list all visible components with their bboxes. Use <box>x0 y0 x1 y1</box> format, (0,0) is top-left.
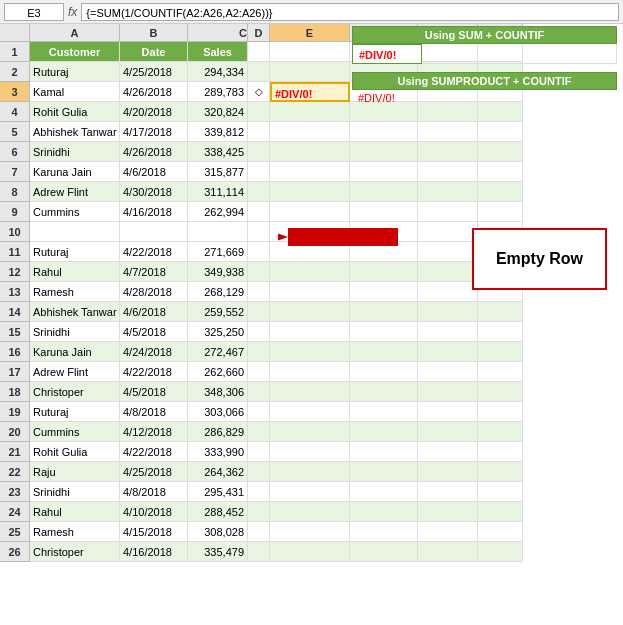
cell-17h[interactable] <box>478 362 523 382</box>
cell-17g[interactable] <box>418 362 478 382</box>
header-date[interactable]: Date <box>120 42 188 62</box>
cell-14h[interactable] <box>478 302 523 322</box>
header-customer[interactable]: Customer <box>30 42 120 62</box>
cell-1d[interactable] <box>248 42 270 62</box>
cell-15h[interactable] <box>478 322 523 342</box>
cell-2e[interactable] <box>270 62 350 82</box>
cell-14d[interactable] <box>248 302 270 322</box>
cell-13g[interactable] <box>418 282 478 302</box>
cell-9d[interactable] <box>248 202 270 222</box>
cell-5b[interactable]: 4/17/2018 <box>120 122 188 142</box>
cell-19a[interactable]: Ruturaj <box>30 402 120 422</box>
cell-2b[interactable]: 4/25/2018 <box>120 62 188 82</box>
cell-4c[interactable]: 320,824 <box>188 102 248 122</box>
cell-24g[interactable] <box>418 502 478 522</box>
cell-7a[interactable]: Karuna Jain <box>30 162 120 182</box>
cell-24f[interactable] <box>350 502 418 522</box>
cell-23e[interactable] <box>270 482 350 502</box>
cell-8e[interactable] <box>270 182 350 202</box>
cell-25c[interactable]: 308,028 <box>188 522 248 542</box>
cell-14b[interactable]: 4/6/2018 <box>120 302 188 322</box>
cell-11g[interactable] <box>418 242 478 262</box>
cell-10a[interactable] <box>30 222 120 242</box>
cell-11d[interactable] <box>248 242 270 262</box>
cell-25d[interactable] <box>248 522 270 542</box>
cell-14a[interactable]: Abhishek Tanwar <box>30 302 120 322</box>
cell-8h[interactable] <box>478 182 523 202</box>
cell-13f[interactable] <box>350 282 418 302</box>
cell-1e[interactable] <box>270 42 350 62</box>
cell-18f[interactable] <box>350 382 418 402</box>
cell-23h[interactable] <box>478 482 523 502</box>
cell-18d[interactable] <box>248 382 270 402</box>
cell-22h[interactable] <box>478 462 523 482</box>
cell-21c[interactable]: 333,990 <box>188 442 248 462</box>
cell-6f[interactable] <box>350 142 418 162</box>
cell-3a[interactable]: Kamal <box>30 82 120 102</box>
cell-22a[interactable]: Raju <box>30 462 120 482</box>
cell-5e[interactable] <box>270 122 350 142</box>
cell-16a[interactable]: Karuna Jain <box>30 342 120 362</box>
cell-19d[interactable] <box>248 402 270 422</box>
cell-21b[interactable]: 4/22/2018 <box>120 442 188 462</box>
cell-7g[interactable] <box>418 162 478 182</box>
cell-15c[interactable]: 325,250 <box>188 322 248 342</box>
cell-6h[interactable] <box>478 142 523 162</box>
cell-22g[interactable] <box>418 462 478 482</box>
cell-8b[interactable]: 4/30/2018 <box>120 182 188 202</box>
cell-15a[interactable]: Srinidhi <box>30 322 120 342</box>
cell-20a[interactable]: Cummins <box>30 422 120 442</box>
cell-11a[interactable]: Ruturaj <box>30 242 120 262</box>
cell-23b[interactable]: 4/8/2018 <box>120 482 188 502</box>
cell-15g[interactable] <box>418 322 478 342</box>
cell-12a[interactable]: Rahul <box>30 262 120 282</box>
cell-9h[interactable] <box>478 202 523 222</box>
cell-23g[interactable] <box>418 482 478 502</box>
cell-19g[interactable] <box>418 402 478 422</box>
cell-7f[interactable] <box>350 162 418 182</box>
cell-16f[interactable] <box>350 342 418 362</box>
cell-5d[interactable] <box>248 122 270 142</box>
cell-3c[interactable]: 289,783 <box>188 82 248 102</box>
cell-26h[interactable] <box>478 542 523 562</box>
cell-17c[interactable]: 262,660 <box>188 362 248 382</box>
cell-21g[interactable] <box>418 442 478 462</box>
cell-16e[interactable] <box>270 342 350 362</box>
cell-20g[interactable] <box>418 422 478 442</box>
cell-20e[interactable] <box>270 422 350 442</box>
cell-3b[interactable]: 4/26/2018 <box>120 82 188 102</box>
cell-12f[interactable] <box>350 262 418 282</box>
cell-6e[interactable] <box>270 142 350 162</box>
cell-22e[interactable] <box>270 462 350 482</box>
cell-7c[interactable]: 315,877 <box>188 162 248 182</box>
cell-3e[interactable]: #DIV/0! <box>270 82 350 102</box>
cell-15e[interactable] <box>270 322 350 342</box>
cell-19f[interactable] <box>350 402 418 422</box>
cell-24b[interactable]: 4/10/2018 <box>120 502 188 522</box>
cell-23a[interactable]: Srinidhi <box>30 482 120 502</box>
cell-20h[interactable] <box>478 422 523 442</box>
cell-17a[interactable]: Adrew Flint <box>30 362 120 382</box>
cell-21a[interactable]: Rohit Gulia <box>30 442 120 462</box>
cell-7h[interactable] <box>478 162 523 182</box>
cell-13c[interactable]: 268,129 <box>188 282 248 302</box>
cell-6b[interactable]: 4/26/2018 <box>120 142 188 162</box>
cell-4b[interactable]: 4/20/2018 <box>120 102 188 122</box>
cell-12c[interactable]: 349,938 <box>188 262 248 282</box>
cell-13e[interactable] <box>270 282 350 302</box>
cell-24h[interactable] <box>478 502 523 522</box>
cell-6d[interactable] <box>248 142 270 162</box>
cell-4d[interactable] <box>248 102 270 122</box>
cell-18g[interactable] <box>418 382 478 402</box>
cell-9b[interactable]: 4/16/2018 <box>120 202 188 222</box>
cell-10b[interactable] <box>120 222 188 242</box>
cell-22d[interactable] <box>248 462 270 482</box>
cell-4a[interactable]: Rohit Gulia <box>30 102 120 122</box>
cell-13d[interactable] <box>248 282 270 302</box>
cell-5h[interactable] <box>478 122 523 142</box>
cell-2d[interactable] <box>248 62 270 82</box>
cell-13a[interactable]: Ramesh <box>30 282 120 302</box>
cell-4e[interactable] <box>270 102 350 122</box>
cell-15d[interactable] <box>248 322 270 342</box>
cell-8a[interactable]: Adrew Flint <box>30 182 120 202</box>
